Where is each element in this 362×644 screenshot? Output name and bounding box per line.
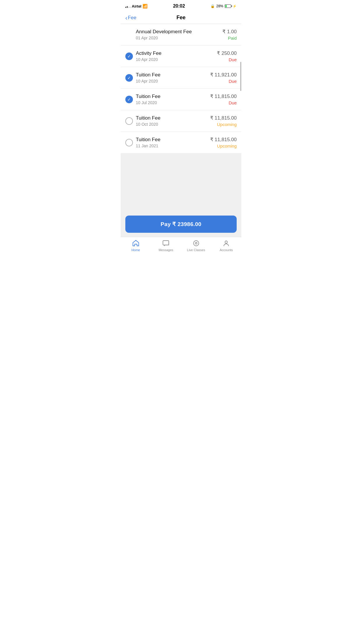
fee-info-6: Tuition Fee 11 Jan 2021 [136, 137, 210, 148]
lock-icon: 🔒 [210, 4, 215, 8]
back-button[interactable]: ‹ Fee [125, 15, 136, 21]
home-icon [132, 239, 140, 247]
checkbox-checked-3[interactable]: ✓ [125, 74, 133, 82]
status-bar: Airtel 📶 20:02 🔒 28% ⚡ [121, 0, 241, 12]
fee-amount-5: ₹ 11,815.00 [210, 115, 237, 121]
signal-bar-3 [128, 7, 129, 8]
fee-amount-1: ₹ 1.00 [222, 29, 237, 35]
fee-info-1: Annual Development Fee 01 Apr 2020 [136, 29, 222, 40]
fee-date-2: 10 Apr 2020 [136, 57, 217, 62]
battery-icon [225, 4, 231, 8]
fee-amount-area-1: ₹ 1.00 Paid [222, 29, 237, 41]
fee-amount-area-2: ₹ 250.00 Due [217, 50, 237, 62]
fee-amount-3: ₹ 11,921.00 [210, 72, 237, 78]
fee-amount-area-5: ₹ 11,815.00 Upcoming [210, 115, 237, 127]
fee-name-4: Tuition Fee [136, 94, 210, 99]
fee-status-1: Paid [222, 36, 237, 41]
fee-list: Annual Development Fee 01 Apr 2020 ₹ 1.0… [121, 24, 241, 153]
fee-status-3: Due [210, 79, 237, 84]
checkbox-area-3[interactable]: ✓ [125, 74, 136, 82]
pay-button-container: Pay ₹ 23986.00 [121, 211, 241, 237]
svg-rect-0 [163, 241, 169, 245]
tab-messages[interactable]: Messages [151, 239, 181, 252]
checkbox-area-2[interactable]: ✓ [125, 52, 136, 60]
fee-info-4: Tuition Fee 10 Jul 2020 [136, 94, 210, 105]
checkbox-unchecked-6[interactable] [125, 139, 133, 146]
battery-fill [225, 5, 227, 7]
status-time: 20:02 [173, 4, 185, 9]
back-chevron-icon: ‹ [125, 15, 127, 21]
nav-header: ‹ Fee Fee [121, 12, 241, 24]
checkbox-unchecked-5[interactable] [125, 117, 133, 125]
signal-bar-1 [125, 7, 126, 8]
fee-amount-area-4: ₹ 11,815.00 Due [210, 93, 237, 105]
messages-icon [162, 239, 170, 247]
fee-amount-area-6: ₹ 11,815.00 Upcoming [210, 136, 237, 148]
battery-percent: 28% [216, 4, 223, 8]
wifi-icon: 📶 [143, 4, 147, 8]
carrier-label: Airtel [132, 4, 141, 8]
live-classes-icon [192, 239, 200, 247]
fee-status-5: Upcoming [210, 122, 237, 127]
tab-accounts[interactable]: Accounts [211, 239, 242, 252]
fee-info-2: Activity Fee 10 Apr 2020 [136, 50, 217, 62]
signal-bar-4 [130, 7, 131, 8]
fee-date-1: 01 Apr 2020 [136, 36, 222, 40]
fee-info-3: Tuition Fee 10 Apr 2020 [136, 72, 210, 83]
main-content: Annual Development Fee 01 Apr 2020 ₹ 1.0… [121, 24, 241, 237]
checkbox-checked-4[interactable]: ✓ [125, 96, 133, 103]
checkbox-area-6[interactable] [125, 139, 136, 146]
fee-name-5: Tuition Fee [136, 115, 210, 121]
tab-live-classes[interactable]: Live Classes [181, 239, 211, 252]
fee-item-5: Tuition Fee 10 Oct 2020 ₹ 11,815.00 Upco… [121, 110, 241, 132]
page-title: Fee [176, 15, 185, 21]
tab-home[interactable]: Home [121, 239, 151, 252]
svg-point-2 [195, 242, 197, 244]
svg-point-1 [194, 241, 199, 246]
tab-accounts-label: Accounts [220, 248, 233, 252]
fee-amount-6: ₹ 11,815.00 [210, 136, 237, 143]
fee-date-5: 10 Oct 2020 [136, 122, 210, 127]
back-label: Fee [128, 15, 136, 21]
fee-status-4: Due [210, 100, 237, 105]
fee-amount-2: ₹ 250.00 [217, 50, 237, 56]
status-left: Airtel 📶 [125, 4, 147, 8]
fee-date-4: 10 Jul 2020 [136, 100, 210, 105]
signal-bars [125, 4, 131, 8]
charging-icon: ⚡ [233, 4, 237, 8]
fee-item-1: Annual Development Fee 01 Apr 2020 ₹ 1.0… [121, 24, 241, 46]
fee-item-4: ✓ Tuition Fee 10 Jul 2020 ₹ 11,815.00 Du… [121, 89, 241, 110]
tab-live-classes-label: Live Classes [187, 248, 205, 252]
fee-name-3: Tuition Fee [136, 72, 210, 78]
fee-item-6: Tuition Fee 11 Jan 2021 ₹ 11,815.00 Upco… [121, 132, 241, 153]
fee-status-2: Due [217, 57, 237, 62]
battery-container [225, 4, 231, 8]
fee-status-6: Upcoming [210, 144, 237, 148]
fee-info-5: Tuition Fee 10 Oct 2020 [136, 115, 210, 127]
fee-amount-area-3: ₹ 11,921.00 Due [210, 72, 237, 84]
fee-item-3: ✓ Tuition Fee 10 Apr 2020 ₹ 11,921.00 Du… [121, 67, 241, 89]
checkbox-checked-2[interactable]: ✓ [125, 52, 133, 60]
fee-date-6: 11 Jan 2021 [136, 144, 210, 148]
status-right: 🔒 28% ⚡ [210, 4, 237, 8]
signal-bar-2 [127, 6, 128, 8]
checkbox-area-4[interactable]: ✓ [125, 96, 136, 103]
scroll-indicator [240, 62, 241, 91]
fee-name-1: Annual Development Fee [136, 29, 222, 35]
fee-amount-4: ₹ 11,815.00 [210, 93, 237, 99]
empty-area [121, 153, 241, 211]
fee-date-3: 10 Apr 2020 [136, 79, 210, 83]
fee-name-6: Tuition Fee [136, 137, 210, 143]
tab-bar: Home Messages Live Classes Accou [121, 237, 241, 255]
tab-home-label: Home [131, 248, 140, 252]
fee-item-2: ✓ Activity Fee 10 Apr 2020 ₹ 250.00 Due [121, 46, 241, 67]
pay-button[interactable]: Pay ₹ 23986.00 [125, 216, 237, 233]
svg-point-3 [225, 241, 227, 243]
tab-messages-label: Messages [159, 248, 173, 252]
checkbox-area-5[interactable] [125, 117, 136, 125]
accounts-icon [222, 239, 230, 247]
fee-name-2: Activity Fee [136, 50, 217, 56]
